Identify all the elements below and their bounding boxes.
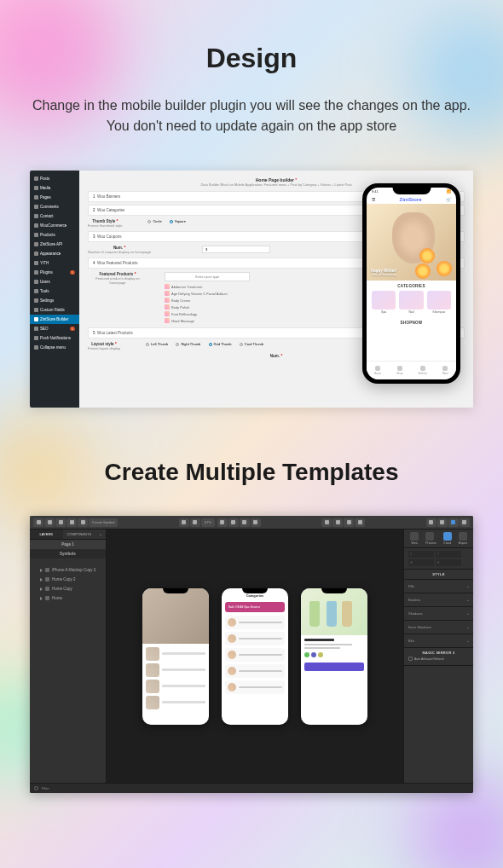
phone-tab: Shop [396,366,402,375]
tool-zoom[interactable]: 67% [201,518,215,527]
wp-sidebar-item[interactable]: Custom Fields [30,305,79,315]
wp-sidebar-item[interactable]: Posts [30,174,79,183]
layer-page1[interactable]: Page 1 [30,540,106,549]
wp-sidebar-item[interactable]: Contact [30,211,79,221]
coord-w[interactable]: W [408,559,434,566]
tool-vector[interactable] [55,518,66,527]
coord-h[interactable]: H [436,559,461,566]
wp-sidebar: PostsMediaPagesCommentsContactWooCommerc… [30,171,79,408]
wp-layout-desc: Format layout display [88,346,120,350]
wp-radio-card[interactable]: Card Thumb [240,342,263,346]
coord-y[interactable]: Y [436,551,461,558]
wp-sidebar-item[interactable]: ZiniStore API [30,240,79,249]
check-auto-refresh[interactable]: Auto Artboard Refresh [408,655,469,663]
wp-product-item[interactable]: Abdomen Treatment [165,283,250,290]
tool-scale[interactable] [251,518,261,527]
phone-brand: ZiniStore [399,197,421,202]
phone-category: Shampoo [427,291,451,314]
wp-sidebar-item[interactable]: Appearance [30,249,79,258]
editor-layer[interactable]: Home [30,593,106,603]
tool-export[interactable] [460,518,470,527]
tool-subtract[interactable] [332,518,343,527]
tool-forward[interactable] [179,518,189,527]
wp-sidebar-item[interactable]: WooCommerce [30,221,79,230]
footer-filter[interactable]: Filter [42,786,49,790]
wp-sidebar-item[interactable]: Settings [30,296,79,305]
wp-product-item[interactable]: Body Cream [165,297,250,304]
panel-blur[interactable]: Blur [408,639,414,643]
wp-sidebar-item[interactable]: Tools [30,286,79,296]
editor-layer[interactable]: Home Copy 2 [30,575,106,584]
wp-product-item[interactable]: Foot Reflexology [165,310,250,317]
wp-product-item[interactable]: Head Massage [165,317,250,324]
wp-sidebar-item[interactable]: ZiniStore Builder [30,315,79,324]
wp-sidebar-item[interactable]: Plugins1 [30,268,79,277]
right-view-icon[interactable] [410,532,419,541]
wp-product-item[interactable]: Body Polish [165,304,250,310]
tool-union[interactable] [321,518,332,527]
mock2-banner: Sale Off All Spa Service [225,602,285,612]
subtitle-design: Change in the mobile builder plugin you … [26,95,477,136]
tab-components[interactable]: COMPONENTS [63,529,96,539]
panel-borders[interactable]: Borders [408,598,420,602]
phone-tabbar: HomeShopWishlistMore [367,361,456,379]
wp-sidebar-item[interactable]: Comments [30,202,79,211]
phone-category: Nail [399,291,423,314]
tool-text[interactable] [66,518,77,527]
editor-left-panel: LAYERS COMPONENTS + Page 1 Symbols iPhon… [30,529,107,783]
wp-sidebar-item[interactable]: Push Notifications [30,333,79,343]
wp-product-item[interactable]: Age Defying Vitamin C Facial Add-on [165,290,250,297]
wp-sidebar-item[interactable]: Collapse menu [30,343,79,352]
phone-hero-banner: Happy Winter! Sale off everything [367,204,456,281]
tool-backward[interactable] [190,518,200,527]
wp-sidebar-item[interactable]: Products [30,230,79,240]
phone-tab: Wishlist [419,366,427,375]
layer-symbols[interactable]: Symbols [30,549,106,558]
editor-canvas[interactable]: Categories Sale Off All Spa Service [107,529,403,783]
wp-radio-square[interactable]: Square [170,219,186,223]
phone-signal-icon: 📶 [447,189,451,194]
tool-edit[interactable] [217,518,228,527]
wp-radio-grid[interactable]: Grid Thumb [209,342,232,346]
wp-radio-right[interactable]: Right Thumb [176,342,200,346]
right-cloud-icon[interactable] [443,532,452,541]
panel-inner-shadows[interactable]: Inner Shadows [408,625,431,629]
tool-create-symbol[interactable]: Create Symbol [89,518,118,527]
wp-sidebar-item[interactable]: YITH [30,258,79,268]
tool-image[interactable] [78,518,88,527]
tool-intersect[interactable] [344,518,354,527]
wp-sidebar-item[interactable]: Media [30,183,79,193]
filter-icon [34,786,38,790]
tool-preview[interactable] [437,518,448,527]
tool-rotate[interactable] [228,518,239,527]
cart-icon: 🛒 [446,197,451,202]
tool-shape[interactable] [44,518,55,527]
menu-icon: ☰ [372,197,375,202]
mockup-template-2: Categories Sale Off All Spa Service [222,588,288,725]
wp-num-input[interactable] [202,246,270,253]
wp-sidebar-item[interactable]: Users [30,277,79,286]
tool-view[interactable] [426,518,437,527]
tool-insert[interactable] [33,518,43,527]
phone-shopnow-title: SHOPNOW [372,321,451,325]
tab-add[interactable]: + [95,529,106,539]
wp-sidebar-item[interactable]: SEO1 [30,324,79,333]
wp-radio-circle[interactable]: Circle [147,219,161,223]
phone-tab: More [442,366,448,375]
tool-cloud[interactable] [448,518,459,527]
wp-select-posttype[interactable]: Select post type [165,272,250,281]
tool-difference[interactable] [355,518,365,527]
wp-radio-left[interactable]: Left Thumb [146,342,168,346]
page-content: Design Change in the mobile builder plug… [0,0,503,793]
panel-shadows[interactable]: Shadows [408,611,422,616]
wp-sidebar-item[interactable]: Pages [30,193,79,202]
editor-layer[interactable]: iPhone-X-Mockup Copy 2 [30,565,106,575]
tab-layers[interactable]: LAYERS [30,529,63,539]
right-preview-icon[interactable] [425,532,434,541]
right-export-icon[interactable] [459,532,467,541]
panel-fills[interactable]: Fills [408,584,414,588]
coord-x[interactable]: X [408,551,434,558]
tool-flatten[interactable] [240,518,250,527]
phone-time: 9:41 [372,189,379,194]
editor-layer[interactable]: Home Copy [30,584,106,593]
